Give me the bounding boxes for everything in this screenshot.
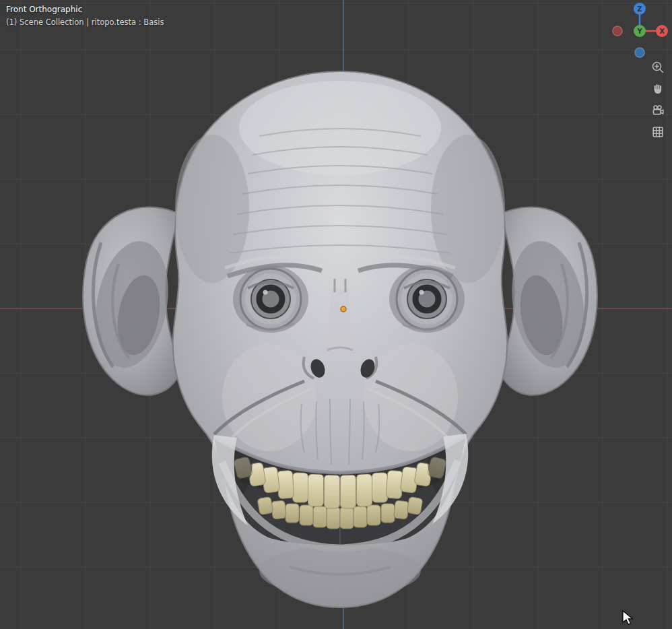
gizmo-axis-x-neg[interactable] — [613, 26, 622, 36]
model-left-ear — [83, 207, 182, 395]
model-left-eye — [233, 265, 308, 333]
viewport-hud: Front Orthographic (1) Scene Collection … — [6, 3, 164, 28]
object-origin-dot — [341, 306, 346, 312]
gizmo-axis-x[interactable]: X — [656, 25, 668, 37]
mouse-cursor — [622, 610, 637, 626]
view-label: Front Orthographic — [6, 3, 164, 16]
model-right-ear — [498, 207, 597, 395]
svg-text:Z: Z — [637, 5, 642, 13]
svg-text:Y: Y — [636, 28, 642, 35]
camera-view-icon — [651, 104, 665, 117]
gizmo-axis-z[interactable]: Z — [634, 3, 646, 15]
scene-breadcrumb: (1) Scene Collection | ritopo.testa : Ba… — [6, 16, 164, 28]
zoom-icon — [651, 61, 665, 74]
camera-view-button[interactable] — [649, 102, 667, 119]
viewport-toolbar — [649, 59, 667, 140]
viewport-canvas[interactable]: Front Orthographic (1) Scene Collection … — [0, 0, 672, 629]
gizmo-axis-y[interactable]: Y — [634, 25, 646, 37]
gizmo-axis-z-neg[interactable] — [635, 48, 644, 57]
model-right-eye — [389, 265, 465, 333]
view-navigation-gizmo[interactable]: Z X Y — [610, 1, 671, 62]
zoom-button[interactable] — [649, 59, 667, 75]
pan-button[interactable] — [649, 81, 667, 97]
svg-text:X: X — [659, 28, 665, 35]
model-chimp-head-mesh[interactable] — [0, 0, 672, 629]
grid-view-icon — [651, 125, 665, 139]
pan-hand-icon — [651, 82, 665, 96]
toggle-grid-button[interactable] — [649, 124, 667, 140]
